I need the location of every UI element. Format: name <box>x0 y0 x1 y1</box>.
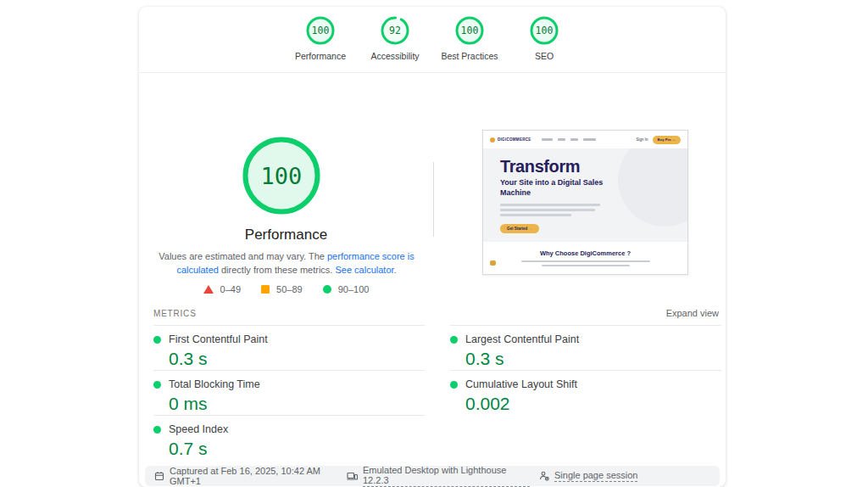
fail-range-label: 0–49 <box>220 284 241 294</box>
thumb-brand-name: DigiCommerce <box>498 137 531 142</box>
thumb-site-header: DigiCommerce Sign In Buy Pro → <box>483 131 687 148</box>
pass-circle-icon <box>323 285 331 294</box>
average-range-label: 50–89 <box>276 284 303 294</box>
runtime-settings-bar: Captured at Feb 16, 2025, 10:42 AM GMT+1… <box>145 466 720 486</box>
thumb-hero-title: Transform <box>500 157 687 176</box>
performance-main-score: 100 <box>242 137 320 215</box>
calendar-icon <box>154 471 164 481</box>
disclaimer-text: Values are estimated and may vary. The <box>159 251 327 261</box>
emulation-item: Emulated Desktop with Lighthouse 12.2.3 <box>337 465 530 487</box>
pass-dot-icon <box>153 336 161 344</box>
single-page-session-icon <box>539 471 549 481</box>
accessibility-gauge-icon: 92 <box>380 15 410 46</box>
seo-score-label: SEO <box>535 51 554 61</box>
thumb-why-section: Why Choose DigiCommerce ? <box>483 242 687 275</box>
pass-dot-icon <box>450 336 458 344</box>
accessibility-score-label: Accessibility <box>370 51 419 61</box>
metric-largest-contentful-paint: Largest Contentful Paint 0.3 s <box>450 325 721 370</box>
metric-value: 0.3 s <box>465 349 721 369</box>
metric-total-blocking-time: Total Blocking Time 0 ms <box>153 370 425 415</box>
session-label[interactable]: Single page session <box>554 470 637 482</box>
metric-name: Cumulative Layout Shift <box>465 378 577 390</box>
metric-value: 0.7 s <box>169 439 425 459</box>
pass-dot-icon <box>153 426 161 434</box>
capture-time-item: Captured at Feb 16, 2025, 10:42 AM GMT+1 <box>145 466 337 486</box>
emulation-label[interactable]: Emulated Desktop with Lighthouse 12.2.3 <box>363 465 530 487</box>
performance-section-title: Performance <box>139 227 433 244</box>
thumb-hero-subtitle: Your Site into a Digital Sales Machine <box>500 178 606 198</box>
thumb-hero-paragraph-placeholder <box>500 204 687 216</box>
score-disclaimer: Values are estimated and may vary. The p… <box>151 249 422 277</box>
thumb-side-icon <box>490 260 496 266</box>
seo-score-value: 100 <box>529 15 559 46</box>
metrics-right-column: Largest Contentful Paint 0.3 s Cumulativ… <box>450 325 721 460</box>
metric-value: 0.002 <box>465 394 721 414</box>
pass-dot-icon <box>153 381 161 389</box>
metrics-header-row: METRICS Expand view <box>139 308 726 325</box>
thumb-signin-label: Sign In <box>637 137 648 142</box>
legend-average: 50–89 <box>261 284 303 294</box>
score-seo[interactable]: 100 SEO <box>507 15 581 61</box>
score-best-practices[interactable]: 100 Best Practices <box>432 15 507 61</box>
metric-name: Total Blocking Time <box>169 378 260 390</box>
thumb-nav-placeholder <box>542 138 596 141</box>
performance-score-value: 100 <box>305 15 336 46</box>
lighthouse-report-page: 100 Performance 92 Accessibility <box>0 0 868 487</box>
see-calculator-link[interactable]: See calculator. <box>335 265 396 275</box>
best-practices-score-label: Best Practices <box>441 51 498 61</box>
metric-name: Speed Index <box>169 423 228 435</box>
metric-value: 0.3 s <box>169 349 425 369</box>
session-item: Single page session <box>530 470 722 482</box>
best-practices-score-value: 100 <box>454 15 485 46</box>
metric-speed-index: Speed Index 0.7 s <box>153 415 425 460</box>
legend-fail: 0–49 <box>203 284 241 294</box>
fail-triangle-icon <box>203 285 214 294</box>
thumb-section-paragraph-placeholder <box>483 260 687 266</box>
emulated-device-icon <box>347 471 358 481</box>
metric-name: Largest Contentful Paint <box>465 333 579 345</box>
thumb-get-started-button: Get Started → <box>500 224 539 233</box>
average-square-icon <box>261 285 270 294</box>
thumb-section-title: Why Choose DigiCommerce ? <box>483 249 687 257</box>
category-scores-row: 100 Performance 92 Accessibility <box>139 7 726 73</box>
capture-time-label: Captured at Feb 16, 2025, 10:42 AM GMT+1 <box>170 466 337 486</box>
metric-name: First Contentful Paint <box>169 333 268 345</box>
expand-view-button[interactable]: Expand view <box>666 308 719 318</box>
performance-main-gauge[interactable]: 100 <box>242 137 320 215</box>
best-practices-gauge-icon: 100 <box>454 15 485 46</box>
score-scale-legend: 0–49 50–89 90–100 <box>139 284 433 294</box>
performance-summary-section: 100 Performance Values are estimated and… <box>139 73 726 308</box>
metric-cumulative-layout-shift: Cumulative Layout Shift 0.002 <box>450 370 721 415</box>
metrics-left-column: First Contentful Paint 0.3 s Total Block… <box>153 325 425 460</box>
metrics-heading: METRICS <box>153 309 197 318</box>
score-accessibility[interactable]: 92 Accessibility <box>358 15 432 61</box>
report-card: 100 Performance 92 Accessibility <box>139 7 726 487</box>
thumb-buy-pro-button: Buy Pro → <box>653 136 681 144</box>
disclaimer-text-2: directly from these metrics. <box>219 265 336 275</box>
thumb-site-logo: DigiCommerce <box>490 137 531 143</box>
performance-score-label: Performance <box>295 51 346 61</box>
pass-range-label: 90–100 <box>338 284 370 294</box>
metric-first-contentful-paint: First Contentful Paint 0.3 s <box>153 325 425 370</box>
seo-gauge-icon: 100 <box>529 15 559 46</box>
legend-pass: 90–100 <box>323 284 370 294</box>
performance-gauge-icon: 100 <box>305 15 336 46</box>
metric-value: 0 ms <box>169 394 425 414</box>
metrics-grid: First Contentful Paint 0.3 s Total Block… <box>139 325 726 460</box>
pass-dot-icon <box>450 381 458 389</box>
accessibility-score-value: 92 <box>380 15 410 46</box>
score-performance[interactable]: 100 Performance <box>283 15 358 61</box>
thumb-logo-icon <box>490 137 495 143</box>
vertical-divider <box>433 162 434 237</box>
thumb-hero-section: Transform Your Site into a Digital Sales… <box>483 148 687 242</box>
page-screenshot-thumbnail[interactable]: DigiCommerce Sign In Buy Pro → Transform… <box>482 130 688 275</box>
